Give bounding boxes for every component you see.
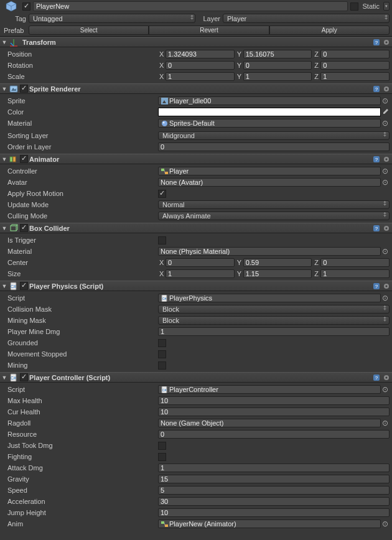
active-checkbox[interactable] — [22, 2, 30, 11]
scale-x-input[interactable]: 1 — [166, 72, 235, 81]
jump-height-input[interactable]: 10 — [158, 508, 390, 517]
player-controller-header[interactable]: C# Player Controller (Script) ? — [0, 372, 392, 383]
animator-header[interactable]: Animator ? — [0, 154, 392, 164]
gear-icon[interactable] — [382, 224, 391, 233]
sprite-renderer-header[interactable]: Sprite Renderer ? — [0, 83, 392, 94]
gravity-input[interactable]: 15 — [158, 475, 390, 483]
player-physics-enable-checkbox[interactable] — [20, 282, 28, 290]
just-took-dmg-checkbox[interactable] — [158, 442, 166, 450]
apply-root-motion-checkbox[interactable] — [158, 190, 166, 198]
center-y-input[interactable]: 0.59 — [243, 258, 312, 267]
cur-health-input[interactable]: 10 — [158, 407, 390, 416]
position-y-input[interactable]: 15.16075 — [243, 50, 312, 58]
sprite-asset-icon — [161, 97, 168, 105]
mining-mask-dropdown[interactable]: Block — [158, 316, 390, 325]
prefab-revert-button[interactable]: Revert — [149, 26, 269, 35]
help-icon[interactable]: ? — [372, 224, 381, 233]
foldout-icon[interactable] — [1, 225, 7, 231]
object-picker-icon[interactable] — [381, 178, 390, 187]
material-field[interactable]: Sprites-Default — [158, 119, 381, 128]
controller-field[interactable]: Player — [158, 167, 381, 175]
color-field[interactable] — [158, 108, 381, 116]
help-icon[interactable]: ? — [372, 282, 381, 291]
rotation-x-input[interactable]: 0 — [166, 61, 235, 70]
static-checkbox[interactable] — [350, 2, 358, 11]
layer-dropdown[interactable]: Player — [223, 14, 390, 23]
center-x-input[interactable]: 0 — [166, 258, 235, 267]
material-label: Material — [7, 119, 158, 127]
prefab-apply-button[interactable]: Apply — [269, 26, 390, 35]
object-picker-icon[interactable] — [381, 167, 390, 175]
object-picker-icon[interactable] — [381, 519, 390, 528]
svg-rect-27 — [11, 226, 16, 231]
mining-checkbox[interactable] — [158, 361, 166, 370]
prefab-select-button[interactable]: Select — [29, 26, 149, 35]
culling-mode-dropdown[interactable]: Always Animate — [158, 212, 390, 220]
player-mine-dmg-input[interactable]: 1 — [158, 327, 390, 336]
svg-text:?: ? — [375, 375, 378, 381]
anim-field[interactable]: PlayerNew (Animator) — [158, 519, 381, 528]
object-picker-icon[interactable] — [381, 419, 390, 427]
object-picker-icon[interactable] — [381, 385, 390, 394]
grounded-checkbox[interactable] — [158, 339, 166, 347]
tag-dropdown[interactable]: Untagged — [29, 14, 195, 23]
pp-script-field[interactable]: C#PlayerPhysics — [158, 294, 381, 302]
sprite-renderer-enable-checkbox[interactable] — [20, 85, 28, 93]
rotation-y-input[interactable]: 0 — [243, 61, 312, 70]
static-dropdown[interactable]: ▾ — [383, 2, 390, 11]
gear-icon[interactable] — [382, 373, 391, 382]
rotation-z-input[interactable]: 0 — [320, 61, 390, 70]
animator-enable-checkbox[interactable] — [20, 155, 28, 163]
resource-input[interactable]: 0 — [158, 430, 390, 439]
help-icon[interactable]: ? — [372, 373, 381, 382]
position-z-input[interactable]: 0 — [320, 50, 390, 58]
position-x-input[interactable]: 1.324093 — [166, 50, 235, 58]
collision-mask-dropdown[interactable]: Block — [158, 305, 390, 314]
pc-script-field[interactable]: C#PlayerController — [158, 385, 381, 394]
avatar-field[interactable]: None (Avatar) — [158, 178, 381, 187]
center-z-input[interactable]: 0 — [320, 258, 390, 267]
box-collider-header[interactable]: Box Collider ? — [0, 223, 392, 233]
gear-icon[interactable] — [382, 38, 391, 47]
player-controller-enable-checkbox[interactable] — [20, 373, 28, 381]
size-x-input[interactable]: 1 — [166, 269, 235, 278]
object-picker-icon[interactable] — [381, 294, 390, 302]
size-z-input[interactable]: 1 — [320, 269, 390, 278]
box-collider-enable-checkbox[interactable] — [20, 224, 28, 232]
attack-dmg-input[interactable]: 1 — [158, 463, 390, 472]
max-health-input[interactable]: 10 — [158, 396, 390, 405]
foldout-icon[interactable] — [1, 86, 7, 92]
help-icon[interactable]: ? — [372, 85, 381, 93]
foldout-icon[interactable] — [1, 39, 7, 45]
order-in-layer-input[interactable]: 0 — [158, 142, 390, 151]
gear-icon[interactable] — [382, 85, 391, 93]
is-trigger-checkbox[interactable] — [158, 236, 166, 244]
transform-header[interactable]: Transform ? — [0, 37, 392, 47]
gear-icon[interactable] — [382, 282, 391, 291]
foldout-icon[interactable] — [1, 156, 7, 162]
speed-input[interactable]: 5 — [158, 486, 390, 495]
player-physics-header[interactable]: C# Player Physics (Script) ? — [0, 281, 392, 291]
help-icon[interactable]: ? — [372, 155, 381, 164]
fighting-checkbox[interactable] — [158, 453, 166, 461]
eyedropper-icon[interactable] — [381, 108, 390, 116]
sprite-field[interactable]: Player_Idle00 — [158, 96, 381, 105]
ragdoll-field[interactable]: None (Game Object) — [158, 419, 381, 427]
update-mode-dropdown[interactable]: Normal — [158, 200, 390, 209]
help-icon[interactable]: ? — [372, 38, 381, 47]
phys-material-field[interactable]: None (Physic Material) — [158, 247, 381, 256]
foldout-icon[interactable] — [1, 283, 7, 289]
object-picker-icon[interactable] — [381, 96, 390, 105]
foldout-icon[interactable] — [1, 375, 7, 381]
movement-stopped-checkbox[interactable] — [158, 350, 166, 358]
object-picker-icon[interactable] — [381, 247, 390, 256]
gear-icon[interactable] — [382, 155, 391, 164]
acceleration-input[interactable]: 30 — [158, 497, 390, 506]
size-y-input[interactable]: 1.15 — [243, 269, 312, 278]
svg-rect-52 — [165, 524, 168, 527]
scale-z-input[interactable]: 1 — [320, 72, 390, 81]
scale-y-input[interactable]: 1 — [243, 72, 312, 81]
gameobject-name-input[interactable]: PlayerNew — [33, 1, 348, 11]
object-picker-icon[interactable] — [381, 119, 390, 128]
sorting-layer-dropdown[interactable]: Midground — [158, 131, 390, 140]
